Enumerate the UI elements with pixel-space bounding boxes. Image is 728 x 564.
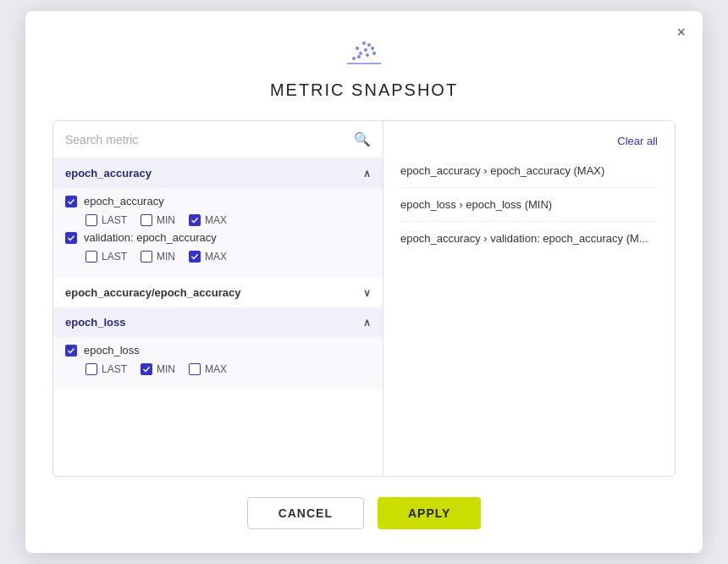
checkbox-last-1[interactable] — [85, 214, 97, 226]
logo-icon — [339, 31, 389, 74]
chevron-down-icon: ∨ — [363, 287, 371, 299]
checkbox-min-2[interactable] — [141, 251, 152, 263]
group-header-epoch-loss[interactable]: epoch_loss ∧ — [53, 307, 383, 337]
svg-point-9 — [372, 52, 376, 55]
metric-item-validation-epoch-accuracy: validation: epoch_accuracy — [65, 231, 371, 244]
footer: CANCEL APPLY — [52, 497, 676, 529]
sub-label-last-3: LAST — [102, 363, 127, 375]
selected-item-2: epoch_loss › epoch_loss (MIN) — [400, 188, 658, 222]
sub-options-validation-epoch-accuracy: LAST MIN MAX — [85, 251, 371, 263]
svg-point-3 — [364, 48, 367, 52]
sub-option-max-1: MAX — [189, 214, 227, 226]
search-box: 🔍 — [53, 121, 383, 158]
checkbox-max-2[interactable] — [189, 251, 201, 263]
svg-point-7 — [357, 55, 361, 58]
checkbox-min-3[interactable] — [141, 363, 152, 375]
metric-item-epoch-accuracy: epoch_accuracy — [65, 195, 371, 207]
chevron-up-icon: ∧ — [363, 168, 371, 180]
group-label-epoch-loss: epoch_loss — [65, 316, 126, 329]
modal-title: METRIC SNAPSHOT — [270, 80, 458, 100]
modal-dialog: × METRIC SNAPSHOT — [25, 11, 703, 553]
left-panel: 🔍 epoch_accuracy ∧ epoch_ — [53, 121, 383, 476]
svg-point-2 — [356, 47, 359, 50]
checkbox-epoch-loss[interactable] — [65, 345, 77, 357]
right-panel: Clear all epoch_accuracy › epoch_accurac… — [383, 121, 675, 476]
close-button[interactable]: × — [676, 25, 686, 40]
sub-options-epoch-loss: LAST MIN MAX — [85, 363, 371, 375]
group-items-epoch-loss: epoch_loss LAST MIN — [53, 337, 383, 390]
sub-options-epoch-accuracy: LAST MIN MAX — [85, 214, 371, 226]
sub-label-last-2: LAST — [102, 251, 127, 263]
group-label-epoch-accuracy-sub: epoch_accuracy/epoch_accuracy — [65, 286, 240, 299]
sub-option-last-2: LAST — [85, 251, 127, 263]
metric-label-epoch-accuracy[interactable]: epoch_accuracy — [84, 195, 164, 207]
svg-point-8 — [366, 53, 369, 57]
selected-item-3: epoch_accuracy › validation: epoch_accur… — [400, 222, 658, 255]
search-icon: 🔍 — [354, 131, 371, 147]
group-label-epoch-accuracy: epoch_accuracy — [65, 167, 152, 180]
chevron-up-icon-2: ∧ — [363, 317, 371, 329]
cancel-button[interactable]: CANCEL — [247, 497, 364, 529]
checkbox-min-1[interactable] — [141, 214, 152, 226]
sub-option-min-1: MIN — [141, 214, 175, 226]
checkbox-last-2[interactable] — [85, 251, 97, 263]
metric-item-epoch-loss: epoch_loss — [65, 344, 371, 357]
svg-point-0 — [352, 57, 356, 60]
checkbox-validation-epoch-accuracy[interactable] — [65, 232, 77, 244]
sub-option-min-2: MIN — [141, 251, 175, 263]
group-header-epoch-accuracy[interactable]: epoch_accuracy ∧ — [53, 158, 383, 188]
group-items-epoch-accuracy: epoch_accuracy LAST MIN — [53, 188, 383, 278]
modal-overlay: × METRIC SNAPSHOT — [0, 0, 728, 564]
clear-all-button[interactable]: Clear all — [617, 135, 658, 147]
checkbox-max-3[interactable] — [189, 363, 201, 375]
checkbox-epoch-accuracy[interactable] — [65, 196, 77, 207]
selected-item-1: epoch_accuracy › epoch_accuracy (MAX) — [400, 154, 658, 188]
sub-label-last-1: LAST — [102, 214, 127, 226]
sub-option-max-3: MAX — [189, 363, 227, 375]
svg-point-4 — [367, 43, 371, 47]
logo-area — [339, 31, 389, 74]
checkbox-last-3[interactable] — [85, 363, 97, 375]
sub-label-min-3: MIN — [157, 363, 175, 375]
search-input[interactable] — [65, 133, 347, 147]
sub-label-max-3: MAX — [205, 363, 227, 375]
svg-point-6 — [371, 47, 374, 50]
metric-label-epoch-loss[interactable]: epoch_loss — [84, 344, 140, 357]
sub-option-last-3: LAST — [85, 363, 127, 375]
sub-label-min-2: MIN — [157, 251, 175, 263]
metric-label-validation-epoch-accuracy[interactable]: validation: epoch_accuracy — [84, 231, 217, 244]
svg-point-1 — [359, 52, 362, 55]
sub-label-max-2: MAX — [205, 251, 227, 263]
metric-list: epoch_accuracy ∧ epoch_accuracy — [53, 158, 383, 476]
content-area: 🔍 epoch_accuracy ∧ epoch_ — [52, 120, 676, 477]
apply-button[interactable]: APPLY — [378, 497, 481, 529]
sub-option-max-2: MAX — [189, 251, 227, 263]
svg-point-5 — [362, 41, 366, 45]
sub-option-last-1: LAST — [85, 214, 127, 226]
sub-label-min-1: MIN — [157, 214, 175, 226]
checkbox-max-1[interactable] — [189, 214, 201, 226]
sub-option-min-3: MIN — [141, 363, 175, 375]
right-header: Clear all — [400, 135, 658, 147]
group-header-epoch-accuracy-sub[interactable]: epoch_accuracy/epoch_accuracy ∨ — [53, 278, 383, 307]
sub-label-max-1: MAX — [205, 214, 227, 226]
